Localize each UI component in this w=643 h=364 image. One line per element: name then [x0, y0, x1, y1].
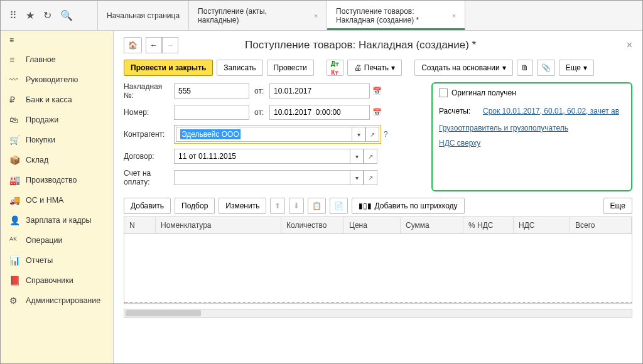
- sidebar-item-hr[interactable]: 👤Зарплата и кадры: [1, 210, 113, 230]
- grid-toolbar: Добавить Подбор Изменить ⬆ ⬇ 📋 📄 ▮▯▮ Доб…: [124, 198, 632, 214]
- sidebar-item-warehouse[interactable]: 📦Склад: [1, 150, 113, 170]
- calendar-icon[interactable]: 📅: [370, 87, 384, 95]
- paste-button[interactable]: 📄: [330, 198, 348, 214]
- attach-button[interactable]: 📎: [537, 60, 555, 76]
- sidebar-item-operations[interactable]: ᴬᴷОперации: [1, 230, 113, 250]
- close-icon[interactable]: ×: [452, 12, 456, 19]
- sidebar-item-label: Склад: [26, 156, 48, 164]
- grid-head: N Номенклатура Количество Цена Сумма % Н…: [124, 217, 632, 234]
- open-button[interactable]: ↗: [364, 170, 377, 185]
- col-price[interactable]: Цена: [344, 217, 401, 233]
- sidebar-item-label: ОС и НМА: [26, 196, 63, 205]
- close-page-icon[interactable]: ×: [627, 40, 632, 51]
- tab-receipts[interactable]: Поступление (акты, накладные)×: [189, 1, 327, 30]
- sidebar-item-label: Производство: [26, 176, 77, 185]
- post-and-close-button[interactable]: Провести и закрыть: [124, 60, 213, 76]
- shipper-link[interactable]: Грузоотправитель и грузополучатель: [439, 124, 568, 132]
- counterparty-label: Контрагент:: [124, 130, 174, 139]
- more-button[interactable]: Еще ▾: [559, 60, 594, 76]
- move-down-button[interactable]: ⬇: [289, 198, 304, 214]
- calc-link[interactable]: Срок 10.01.2017, 60.01, 60.02, зачет ав: [483, 107, 619, 115]
- sidebar-item-production[interactable]: 🏭Производство: [1, 170, 113, 190]
- tab-home[interactable]: Начальная страница: [98, 1, 189, 30]
- sidebar-item-admin[interactable]: ⚙Администрирование: [1, 291, 113, 311]
- h-scrollbar[interactable]: [124, 309, 632, 318]
- chevron-down-icon: ▾: [583, 63, 587, 72]
- create-based-button[interactable]: Создать на основании ▾: [414, 60, 513, 76]
- box-icon: 📦: [9, 155, 19, 165]
- open-button[interactable]: ↗: [365, 127, 379, 142]
- col-qty[interactable]: Количество: [281, 217, 344, 233]
- printer-icon: 🖨: [354, 63, 362, 72]
- invoice-date-input[interactable]: [269, 83, 370, 99]
- tab-invoice[interactable]: Поступление товаров: Накладная (создание…: [327, 1, 465, 30]
- number-date-input[interactable]: [269, 105, 370, 120]
- move-up-button[interactable]: ⬆: [270, 198, 285, 214]
- close-icon[interactable]: ×: [314, 12, 318, 19]
- col-total[interactable]: Всего: [570, 217, 632, 233]
- col-vat[interactable]: НДС: [514, 217, 570, 233]
- col-nomenclature[interactable]: Номенклатура: [156, 217, 281, 233]
- barcode-icon: ▮▯▮: [359, 201, 372, 210]
- number-label: Номер:: [124, 108, 174, 117]
- truck-icon: 🚚: [9, 195, 19, 205]
- operations-icon: ᴬᴷ: [9, 235, 19, 245]
- sidebar-item-reports[interactable]: 📊Отчеты: [1, 250, 113, 270]
- sidebar-item-bank[interactable]: ₽Банк и касса: [1, 90, 113, 110]
- chart-icon: 〰: [9, 75, 19, 85]
- col-vat-pct[interactable]: % НДС: [463, 217, 514, 233]
- original-received-checkbox[interactable]: Оригинал получен: [439, 88, 625, 97]
- sidebar-item-sales[interactable]: 🛍Продажи: [1, 110, 113, 130]
- book-icon: 📕: [9, 276, 19, 286]
- sidebar-item-main[interactable]: ≡Главное: [1, 50, 113, 70]
- menu-toggle-icon[interactable]: ≡: [1, 31, 113, 50]
- dropdown-button[interactable]: ▾: [352, 127, 365, 142]
- col-sum[interactable]: Сумма: [401, 217, 463, 233]
- sidebar-item-assets[interactable]: 🚚ОС и НМА: [1, 190, 113, 210]
- dropdown-button[interactable]: ▾: [350, 149, 364, 164]
- open-button[interactable]: ↗: [364, 149, 377, 164]
- report-button[interactable]: 🗎: [517, 60, 533, 76]
- home-button[interactable]: 🏠: [124, 37, 142, 53]
- sidebar-item-label: Зарплата и кадры: [26, 216, 92, 225]
- bars-icon: 📊: [9, 255, 19, 265]
- contract-input[interactable]: [174, 149, 350, 164]
- apps-icon[interactable]: ⠿: [9, 9, 17, 21]
- save-button[interactable]: Записать: [217, 60, 262, 76]
- sidebar-item-purchases[interactable]: 🛒Покупки: [1, 130, 113, 150]
- barcode-button[interactable]: ▮▯▮ Добавить по штрихкоду: [352, 198, 464, 214]
- invoice-no-input[interactable]: [174, 83, 249, 99]
- vat-link[interactable]: НДС сверху: [439, 139, 480, 147]
- post-button[interactable]: Провести: [267, 60, 314, 76]
- add-button[interactable]: Добавить: [124, 198, 171, 214]
- contract-label: Договор:: [124, 152, 174, 161]
- calendar-icon[interactable]: 📅: [370, 108, 384, 117]
- sidebar-item-label: Продажи: [26, 115, 58, 124]
- sidebar-item-manager[interactable]: 〰Руководителю: [1, 70, 113, 90]
- edit-button[interactable]: Изменить: [219, 198, 266, 214]
- dtkt-button[interactable]: ДᴛКᴛ: [327, 60, 343, 76]
- copy-button[interactable]: 📋: [308, 198, 326, 214]
- tabs: Начальная страница Поступление (акты, на…: [98, 1, 642, 30]
- bag-icon: 🛍: [9, 115, 19, 125]
- ruble-icon: ₽: [9, 95, 19, 105]
- print-button[interactable]: 🖨 Печать ▾: [347, 60, 402, 76]
- star-icon[interactable]: ★: [26, 9, 35, 21]
- form: Накладная №: от: 📅 Номер: от: 📅 Контраге…: [124, 82, 632, 191]
- pick-button[interactable]: Подбор: [175, 198, 215, 214]
- grid-more-button[interactable]: Еще: [603, 198, 632, 214]
- factory-icon: 🏭: [9, 175, 19, 185]
- sidebar-item-catalogs[interactable]: 📕Справочники: [1, 270, 113, 291]
- dropdown-button[interactable]: ▾: [350, 170, 364, 185]
- invoice-pay-input[interactable]: [174, 170, 350, 185]
- counterparty-input[interactable]: Эдельвейс ООО: [176, 127, 352, 142]
- grid-body[interactable]: [124, 234, 632, 303]
- history-icon[interactable]: ↻: [43, 9, 51, 21]
- back-button[interactable]: ←: [146, 37, 162, 53]
- col-n[interactable]: N: [124, 217, 156, 233]
- sidebar-item-label: Главное: [26, 55, 56, 64]
- forward-button[interactable]: →: [162, 37, 178, 53]
- number-input[interactable]: [174, 105, 249, 120]
- help-icon[interactable]: ?: [384, 130, 388, 139]
- search-icon[interactable]: 🔍: [60, 9, 73, 21]
